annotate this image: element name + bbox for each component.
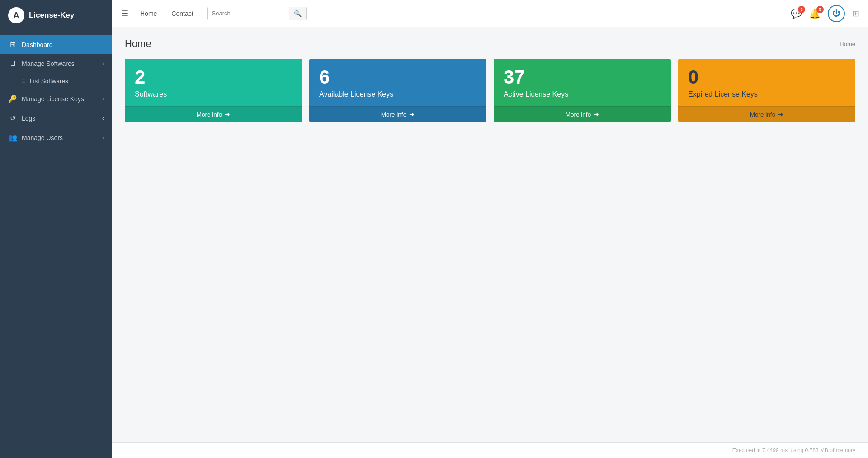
search-input[interactable]	[208, 7, 289, 19]
chevron-icon: ‹	[102, 96, 104, 102]
grid-icon[interactable]: ⊞	[852, 9, 859, 19]
stat-label: Expired License Keys	[688, 90, 845, 98]
sidebar-item-logs[interactable]: ↺ Logs ‹	[0, 108, 112, 128]
stat-card-softwares: 2 Softwares More info ➜	[125, 59, 302, 122]
topbar-right: 💬 3 🔔 5 ⏻ ⊞	[791, 5, 859, 22]
page-title: Home	[125, 38, 151, 50]
topbar: ☰ Home Contact 🔍 💬 3 🔔 5 ⏻	[112, 0, 868, 27]
page-footer: Executed in 7.4499 ms. using 0.783 MB of…	[112, 442, 868, 458]
nav-link-contact[interactable]: Contact	[169, 8, 196, 19]
page-header: Home Home	[125, 38, 855, 50]
power-icon: ⏻	[832, 9, 840, 18]
search-box: 🔍	[207, 7, 307, 20]
nav-link-home[interactable]: Home	[137, 8, 160, 19]
card-body: 37 Active License Keys	[494, 59, 671, 106]
chevron-icon: ‹	[102, 135, 104, 141]
chat-icon-button[interactable]: 💬 3	[791, 8, 802, 19]
bell-icon-button[interactable]: 🔔 5	[809, 8, 821, 19]
sidebar-item-manage-license-keys[interactable]: 🔑 Manage License Keys ‹	[0, 89, 112, 108]
power-button[interactable]: ⏻	[828, 5, 845, 22]
sidebar-item-manage-softwares[interactable]: 🖥 Manage Softwares ‹	[0, 54, 112, 73]
main-area: ☰ Home Contact 🔍 💬 3 🔔 5 ⏻	[112, 0, 868, 458]
sidebar-nav: ⊞ Dashboard 🖥 Manage Softwares ‹ ≡ List …	[0, 31, 112, 458]
chevron-icon: ‹	[102, 115, 104, 122]
stat-card-expired-keys: 0 Expired License Keys More info ➜	[678, 59, 855, 122]
search-button[interactable]: 🔍	[289, 7, 306, 20]
stat-card-active-keys: 37 Active License Keys More info ➜	[494, 59, 671, 122]
sidebar-item-manage-users[interactable]: 👥 Manage Users ‹	[0, 128, 112, 147]
card-body: 6 Available License Keys	[309, 59, 486, 106]
stat-number: 2	[135, 67, 292, 88]
stat-label: Available License Keys	[319, 90, 476, 98]
sidebar-item-label: Manage License Keys	[22, 95, 84, 103]
sidebar-item-label: Logs	[22, 115, 35, 122]
brand-name: License-Key	[29, 11, 74, 20]
dashboard-icon: ⊞	[8, 40, 17, 49]
arrow-icon: ➜	[225, 111, 230, 118]
sidebar-item-dashboard[interactable]: ⊞ Dashboard	[0, 35, 112, 54]
stat-number: 37	[504, 67, 661, 88]
users-icon: 👥	[8, 133, 17, 142]
sidebar-item-label: List Softwares	[30, 78, 68, 84]
arrow-icon: ➜	[409, 111, 415, 118]
search-icon: 🔍	[294, 10, 302, 17]
stat-card-available-keys: 6 Available License Keys More info ➜	[309, 59, 486, 122]
sidebar: A License-Key ⊞ Dashboard 🖥 Manage Softw…	[0, 0, 112, 458]
sidebar-item-list-softwares[interactable]: ≡ List Softwares	[0, 73, 112, 89]
card-more-info[interactable]: More info ➜	[678, 106, 855, 122]
list-icon: ≡	[22, 78, 25, 84]
card-body: 0 Expired License Keys	[678, 59, 855, 106]
key-icon: 🔑	[8, 94, 17, 103]
card-more-info[interactable]: More info ➜	[125, 106, 302, 122]
arrow-icon: ➜	[594, 111, 599, 118]
sidebar-item-label: Manage Softwares	[22, 60, 75, 67]
breadcrumb: Home	[840, 41, 855, 47]
monitor-icon: 🖥	[8, 60, 17, 68]
card-more-info[interactable]: More info ➜	[494, 106, 671, 122]
sidebar-item-label: Dashboard	[22, 41, 53, 48]
stat-label: Active License Keys	[504, 90, 661, 98]
stat-number: 6	[319, 67, 476, 88]
brand-icon: A	[8, 7, 24, 23]
menu-toggle-icon[interactable]: ☰	[121, 9, 128, 19]
card-body: 2 Softwares	[125, 59, 302, 106]
chevron-icon: ‹	[102, 61, 104, 67]
page-content: Home Home 2 Softwares More info ➜	[112, 27, 868, 442]
sidebar-item-label: Manage Users	[22, 134, 63, 141]
logs-icon: ↺	[8, 114, 17, 122]
card-more-info[interactable]: More info ➜	[309, 106, 486, 122]
arrow-icon: ➜	[778, 111, 783, 118]
stats-row: 2 Softwares More info ➜ 6 Available Lice…	[125, 59, 855, 122]
stat-label: Softwares	[135, 90, 292, 98]
stat-number: 0	[688, 67, 845, 88]
sidebar-brand: A License-Key	[0, 0, 112, 31]
bell-badge: 5	[816, 6, 824, 13]
chat-badge: 3	[798, 6, 805, 13]
footer-text: Executed in 7.4499 ms. using 0.783 MB of…	[732, 447, 855, 453]
